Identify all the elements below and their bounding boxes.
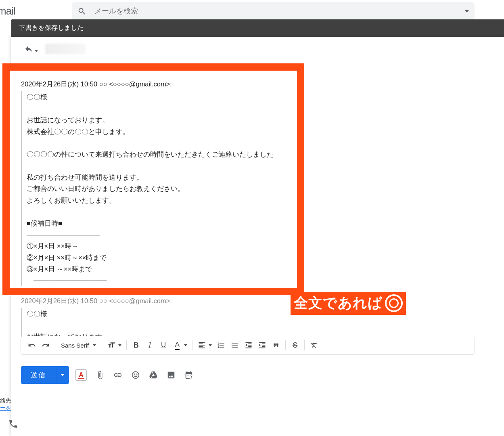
search-bar[interactable] <box>72 2 475 21</box>
draft-saved-label: 下書きを保存しました <box>19 24 84 32</box>
text-color-button[interactable]: A <box>170 338 184 352</box>
bullet-list-button[interactable] <box>228 338 242 352</box>
body-line: 株式会社〇〇の〇〇と申します。 <box>27 126 488 137</box>
reply-dropdown-icon[interactable] <box>35 50 38 52</box>
search-input[interactable] <box>94 6 462 16</box>
link-icon[interactable] <box>113 371 122 379</box>
body-line: 私の打ち合わせ可能時間を送ります。 <box>27 172 488 183</box>
chevron-down-icon <box>118 344 121 346</box>
bold-button[interactable]: B <box>129 338 143 352</box>
email-body[interactable]: 2020年2月26日(水) 10:50 ○○ <○○○○@gmail.com>:… <box>21 78 488 286</box>
indent-more-button[interactable] <box>255 338 269 352</box>
font-size-button[interactable] <box>105 338 118 352</box>
body-line: 〇〇様 <box>27 308 488 319</box>
text-color-quick-button[interactable]: A <box>75 369 87 381</box>
reply-header <box>11 37 504 61</box>
chevron-down-icon <box>184 344 187 346</box>
body-line: 〇〇〇〇の件について来週打ち合わせの時間をいただきたくご連絡いたしました <box>27 149 488 160</box>
body-line: ③×月×日 ～××時まで <box>27 263 488 275</box>
strikethrough-button[interactable]: S <box>288 338 302 352</box>
chevron-down-icon <box>61 374 65 376</box>
body-line: ――――――――――― <box>27 229 488 240</box>
drive-icon[interactable] <box>149 371 158 379</box>
search-options-icon[interactable] <box>465 10 469 13</box>
lower-quote[interactable]: 2020年2月26日(水) 10:50 ○○ <○○○○@gmail.com>:… <box>21 295 488 343</box>
clear-format-button[interactable] <box>307 338 321 352</box>
send-more-button[interactable] <box>56 366 69 384</box>
numbered-list-button[interactable] <box>214 338 228 352</box>
chevron-down-icon <box>93 344 96 346</box>
sidebar-link[interactable]: ーを <box>0 405 11 411</box>
attach-icon[interactable] <box>96 371 105 379</box>
quote-button[interactable] <box>269 338 283 352</box>
send-button[interactable]: 送信 <box>21 366 69 384</box>
italic-button[interactable]: I <box>143 338 157 352</box>
lower-quoted-header: 2020年2月26日(水) 10:50 ○○ <○○○○@gmail.com>: <box>21 295 488 306</box>
redo-button[interactable] <box>39 338 52 352</box>
body-line: 〇〇様 <box>27 91 488 103</box>
recipient-blur <box>45 44 86 54</box>
body-line: ご都合のいい日時がありましたらお教えください。 <box>27 183 488 194</box>
compose-window: 2020年2月26日(水) 10:50 ○○ <○○○○@gmail.com>:… <box>11 37 504 436</box>
chevron-down-icon <box>209 344 212 346</box>
schedule-icon[interactable] <box>184 371 193 379</box>
left-sidebar-fragment: 絡先 ーを <box>0 397 11 412</box>
send-row: 送信 A <box>21 366 193 384</box>
body-line: ②×月×日 ××時～××時まで <box>27 252 488 263</box>
body-line: よろしくお願いいたします。 <box>27 195 488 206</box>
body-line: お世話になっております。 <box>27 114 488 126</box>
app-logo: mail <box>0 5 15 17</box>
undo-button[interactable] <box>25 338 39 352</box>
search-icon <box>77 7 86 16</box>
indent-less-button[interactable] <box>242 338 255 352</box>
font-select[interactable]: Sans Serif <box>58 342 99 349</box>
body-line: ――――――――――― <box>27 275 488 286</box>
format-toolbar: Sans Serif B I U A S <box>21 336 474 354</box>
emoji-icon[interactable] <box>131 371 140 379</box>
align-button[interactable] <box>195 338 209 352</box>
reply-icon[interactable] <box>24 44 33 53</box>
image-icon[interactable] <box>167 371 176 379</box>
compose-status-bar: 下書きを保存しました <box>11 19 504 37</box>
phone-icon[interactable] <box>8 419 19 430</box>
underline-button[interactable]: U <box>157 338 170 352</box>
body-line: ■候補日時■ <box>27 218 488 229</box>
body-line: ①×月×日 ××時～ <box>27 240 488 252</box>
quoted-header: 2020年2月26日(水) 10:50 ○○ <○○○○@gmail.com>: <box>21 78 488 90</box>
